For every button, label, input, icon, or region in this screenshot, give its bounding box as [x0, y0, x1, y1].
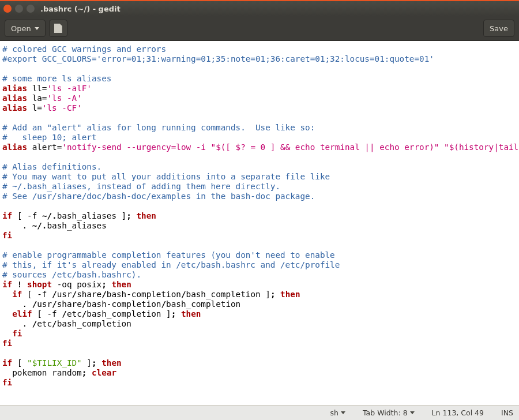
code-text: bash-completion [107, 290, 181, 299]
code-path: ~/. [32, 221, 47, 230]
code-text: [ -f [22, 290, 52, 299]
code-comment: #export GCC_COLORS='error=01;31:warning=… [2, 54, 434, 63]
code-text: bash-completion [86, 299, 161, 309]
code-comment: # some more ls aliases [2, 74, 111, 83]
code-text: bash_aliases [47, 221, 106, 230]
code-punc: ; [270, 290, 280, 299]
open-button[interactable]: Open [5, 20, 46, 37]
code-text: usr [57, 290, 72, 299]
code-text: bash_completion [57, 319, 131, 328]
code-text: ] [261, 290, 270, 299]
code-path: / [101, 290, 107, 299]
chevron-down-icon [341, 411, 345, 414]
new-document-button[interactable] [49, 20, 67, 37]
code-path: / [72, 290, 77, 299]
code-path: ~/. [42, 211, 57, 220]
code-comment: # Alias definitions. [2, 162, 101, 171]
code-path: / [32, 319, 37, 328]
code-keyword: clear [92, 368, 116, 377]
code-comment: # enable programmable completion feature… [2, 250, 335, 260]
status-tab-width-selector[interactable]: Tab Width: 8 [363, 408, 415, 417]
code-text: bash_completion [186, 290, 261, 299]
status-language-selector[interactable]: sh [330, 408, 345, 417]
code-text: share [77, 290, 101, 299]
code-text: etc [37, 319, 52, 328]
code-comment: # See /usr/share/doc/bash-doc/examples i… [2, 192, 315, 201]
statusbar: sh Tab Width: 8 Ln 113, Col 49 INS [0, 405, 519, 420]
status-position-label: Ln 113, Col 49 [432, 408, 484, 417]
open-button-label: Open [11, 24, 31, 33]
toolbar: Open Save [0, 16, 519, 40]
save-button-label: Save [490, 24, 508, 33]
code-comment: # sources /etc/bash.bashrc). [2, 270, 141, 279]
status-insert-mode[interactable]: INS [501, 408, 513, 417]
editor-textarea[interactable]: # colored GCC warnings and errors #expor… [0, 40, 519, 405]
window-minimize-button[interactable] [15, 5, 23, 13]
code-text: ] [82, 358, 92, 367]
code-keyword: fi [2, 378, 12, 387]
code-text: pokemon random [2, 368, 82, 377]
code-path: / [52, 290, 57, 299]
code-text: . [2, 221, 32, 230]
code-string: 'ls -CF' [42, 103, 82, 112]
code-comment: # sleep 10; alert [2, 133, 97, 142]
code-punc: ; [126, 211, 136, 220]
status-tab-width-label: Tab Width: 8 [363, 408, 408, 417]
code-keyword: fi [12, 329, 22, 338]
code-keyword: alias [2, 142, 27, 152]
code-keyword: then [111, 280, 131, 289]
window-title: .bashrc (~/) - gedit [40, 5, 121, 13]
code-keyword: alias [2, 103, 27, 112]
code-text: ll= [27, 84, 47, 93]
code-path: / [32, 299, 37, 309]
window-maximize-button[interactable] [27, 5, 35, 13]
code-keyword: elif [12, 309, 32, 318]
code-comment: # Add an "alert" alias for long running … [2, 123, 315, 132]
code-keyword: if [12, 290, 22, 299]
code-comment: # You may want to put all your additions… [2, 172, 330, 181]
code-path: / [52, 299, 57, 309]
code-path: / [181, 290, 186, 299]
window-titlebar: .bashrc (~/) - gedit [0, 0, 519, 16]
code-keyword: shopt [27, 280, 52, 289]
code-comment: # colored GCC warnings and errors [2, 44, 166, 54]
code-text: [ [12, 358, 27, 367]
code-keyword: if [2, 280, 12, 289]
code-keyword: then [181, 309, 201, 318]
code-text: ] [161, 309, 171, 318]
code-indent [2, 290, 12, 299]
code-keyword: if [2, 358, 12, 367]
window-close-button[interactable] [3, 5, 12, 13]
code-text: la= [27, 93, 47, 103]
code-text: . [2, 319, 32, 328]
code-keyword: alias [2, 93, 27, 103]
code-text: usr [37, 299, 52, 309]
code-text: alert= [27, 142, 62, 152]
code-comment: # ~/.bash_aliases, instead of adding the… [2, 182, 280, 191]
code-punc: ; [82, 368, 92, 377]
code-text: [ -f [32, 309, 62, 318]
code-path: / [161, 299, 166, 309]
code-string: 'ls -alF' [47, 84, 91, 93]
code-string: 'notify-send --urgency=low -i "$([ $? = … [62, 142, 519, 152]
code-text: bash_aliases ] [57, 211, 127, 220]
code-text: [ -f [12, 211, 42, 220]
code-path: / [62, 309, 67, 318]
code-var: "$TILIX_ID" [27, 358, 82, 367]
code-comment: # this, if it's already enabled in /etc/… [2, 260, 340, 269]
status-mode-label: INS [501, 408, 513, 417]
code-keyword: fi [2, 339, 12, 348]
code-punc: ; [101, 280, 111, 289]
code-keyword: fi [2, 231, 12, 240]
code-path: / [52, 319, 57, 328]
code-text: l= [27, 103, 42, 112]
save-button[interactable]: Save [483, 20, 514, 37]
code-text: bash_completion [86, 309, 161, 318]
code-text: -oq posix [52, 280, 101, 289]
status-language-label: sh [330, 408, 339, 417]
code-keyword: alias [2, 84, 27, 93]
code-punc: ; [171, 309, 181, 318]
new-document-icon [54, 24, 62, 33]
code-text: bash_completion [166, 299, 240, 309]
code-text: share [57, 299, 82, 309]
